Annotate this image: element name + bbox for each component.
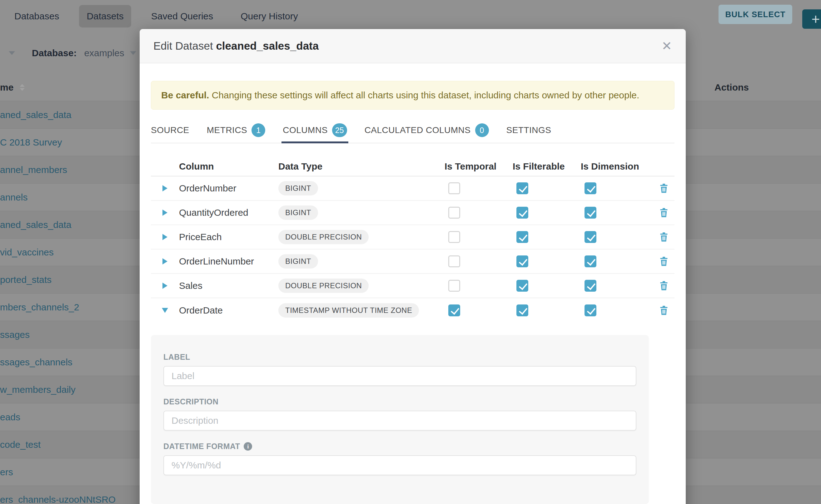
delete-column-icon[interactable] <box>658 231 670 243</box>
database-filter-value[interactable]: examples <box>84 48 124 58</box>
tab-count-badge: 25 <box>332 123 347 137</box>
chevron-down-icon[interactable] <box>130 51 136 55</box>
column-row: OrderDate TIMESTAMP WITHOUT TIME ZONE <box>151 298 675 323</box>
expand-caret-icon[interactable] <box>162 185 167 191</box>
delete-column-icon[interactable] <box>658 256 670 267</box>
expand-caret-icon[interactable] <box>162 308 168 313</box>
delete-column-icon[interactable] <box>658 183 670 194</box>
modal-title-prefix: Edit Dataset <box>153 40 213 52</box>
is-temporal-checkbox[interactable] <box>448 280 460 292</box>
is-temporal-checkbox[interactable] <box>448 207 460 219</box>
dataset-link[interactable]: w_members_daily <box>0 384 76 395</box>
modal-tab-settings[interactable]: SETTINGS <box>507 125 552 135</box>
editor-field-label: LABEL i <box>163 353 636 386</box>
chevron-down-icon[interactable] <box>9 51 15 55</box>
is-temporal-checkbox[interactable] <box>448 182 460 194</box>
dataset-link[interactable]: aned_sales_data <box>0 110 72 120</box>
expand-caret-icon[interactable] <box>162 234 167 240</box>
column-name: PriceEach <box>179 232 222 242</box>
editor-field-datetime-format: DATETIME FORMAT i <box>163 442 636 475</box>
column-row: OrderNumber BIGINT <box>151 176 675 201</box>
is-filterable-checkbox[interactable] <box>517 231 528 243</box>
columns-table-header: Column Data Type Is Temporal Is Filterab… <box>151 157 675 176</box>
dataset-link[interactable]: ers_channels-uzooNNtSRO <box>0 494 116 504</box>
is-filterable-checkbox[interactable] <box>517 304 528 316</box>
modal-tab-source[interactable]: SOURCE <box>151 125 189 135</box>
nav-actions: BULK SELECT + <box>0 5 821 24</box>
is-dimension-checkbox[interactable] <box>585 231 596 243</box>
modal-header: Edit Dataset cleaned_sales_data ✕ <box>140 29 686 63</box>
info-icon[interactable]: i <box>244 442 252 451</box>
column-name: Sales <box>179 280 202 291</box>
dataset-link[interactable]: ssages_channels <box>0 357 72 368</box>
expand-caret-icon[interactable] <box>162 283 167 289</box>
modal-tab-metrics[interactable]: METRICS 1 <box>207 123 265 137</box>
name-column-header[interactable]: me <box>0 82 13 93</box>
tab-label: CALCULATED COLUMNS <box>364 125 471 135</box>
data-type-pill: DOUBLE PRECISION <box>278 279 368 293</box>
expand-caret-icon[interactable] <box>162 258 167 264</box>
modal-dataset-name: cleaned_sales_data <box>216 40 319 52</box>
column-editor-panel: LABEL i DESCRIPTION i DATETIME FORMAT i <box>151 335 649 504</box>
is-filterable-checkbox[interactable] <box>517 207 528 219</box>
delete-column-icon[interactable] <box>658 207 670 218</box>
modal-tab-columns[interactable]: COLUMNS 25 <box>283 123 347 137</box>
is-filterable-checkbox[interactable] <box>517 280 528 292</box>
column-row: PriceEach DOUBLE PRECISION <box>151 225 675 250</box>
dataset-link[interactable]: mbers_channels_2 <box>0 302 79 313</box>
header-column: Column <box>179 161 278 172</box>
dataset-link[interactable]: eads <box>0 412 20 422</box>
is-dimension-checkbox[interactable] <box>585 182 596 194</box>
bulk-select-button[interactable]: BULK SELECT <box>719 5 792 24</box>
columns-rows: OrderNumber BIGINT QuantityOrdered BIGIN… <box>151 176 675 323</box>
data-type-pill: DOUBLE PRECISION <box>278 230 368 244</box>
header-is-filterable: Is Filterable <box>513 161 581 172</box>
top-nav: DatabasesDatasetsSaved QueriesQuery Hist… <box>0 0 821 32</box>
column-name: OrderNumber <box>179 183 236 193</box>
dataset-link[interactable]: annels <box>0 192 27 203</box>
data-type-pill: BIGINT <box>278 205 318 220</box>
add-dataset-button[interactable]: + <box>802 9 821 29</box>
database-filter-label: Database: <box>32 48 77 58</box>
column-row: QuantityOrdered BIGINT <box>151 201 675 225</box>
dataset-link[interactable]: aned_sales_data <box>0 220 72 230</box>
dataset-link[interactable]: code_test <box>0 439 41 450</box>
sort-icon[interactable] <box>20 84 25 91</box>
field-input[interactable] <box>163 455 636 475</box>
filter-bar: Database: examples <box>0 44 136 62</box>
is-temporal-checkbox[interactable] <box>448 304 460 316</box>
edit-dataset-modal: Edit Dataset cleaned_sales_data ✕ Be car… <box>140 29 686 504</box>
modal-tabs: SOURCE METRICS 1 COLUMNS 25 CALCULATED C… <box>151 123 675 143</box>
dataset-link[interactable]: ported_stats <box>0 274 52 285</box>
field-input[interactable] <box>163 366 636 386</box>
columns-table: Column Data Type Is Temporal Is Filterab… <box>151 157 675 323</box>
column-row: Sales DOUBLE PRECISION <box>151 274 675 298</box>
modal-body: Be careful. Changing these settings will… <box>140 63 686 504</box>
column-name: QuantityOrdered <box>179 207 248 218</box>
dataset-link[interactable]: vid_vaccines <box>0 247 54 258</box>
dataset-link[interactable]: annel_members <box>0 165 67 175</box>
warning-banner: Be careful. Changing these settings will… <box>151 81 675 110</box>
close-icon[interactable]: ✕ <box>661 40 672 52</box>
is-dimension-checkbox[interactable] <box>585 255 596 267</box>
screen: DatabasesDatasetsSaved QueriesQuery Hist… <box>0 0 821 504</box>
delete-column-icon[interactable] <box>658 280 670 291</box>
expand-caret-icon[interactable] <box>162 210 167 216</box>
header-is-dimension: Is Dimension <box>581 161 653 172</box>
is-filterable-checkbox[interactable] <box>517 255 528 267</box>
dataset-link[interactable]: ers <box>0 467 13 477</box>
is-dimension-checkbox[interactable] <box>585 304 596 316</box>
is-dimension-checkbox[interactable] <box>585 280 596 292</box>
dataset-link[interactable]: ssages <box>0 329 30 340</box>
is-temporal-checkbox[interactable] <box>448 255 460 267</box>
field-input[interactable] <box>163 411 636 431</box>
data-type-pill: TIMESTAMP WITHOUT TIME ZONE <box>278 303 419 318</box>
is-dimension-checkbox[interactable] <box>585 207 596 219</box>
tab-label: COLUMNS <box>283 125 328 135</box>
data-type-pill: BIGINT <box>278 254 318 269</box>
delete-column-icon[interactable] <box>658 305 670 316</box>
modal-tab-calculated-columns[interactable]: CALCULATED COLUMNS 0 <box>364 123 489 137</box>
is-filterable-checkbox[interactable] <box>517 182 528 194</box>
is-temporal-checkbox[interactable] <box>448 231 460 243</box>
dataset-link[interactable]: C 2018 Survey <box>0 137 62 148</box>
